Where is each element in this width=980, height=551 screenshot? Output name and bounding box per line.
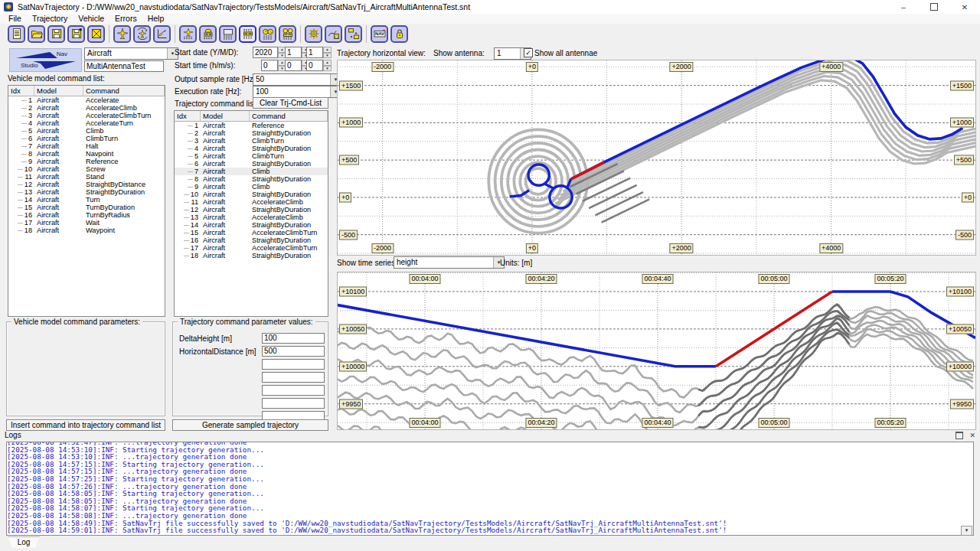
column-header-command[interactable]: Command	[83, 86, 165, 96]
table-row[interactable]: 9AircraftClimb	[175, 183, 328, 191]
vehicle-command-list[interactable]: IdxModelCommand1AircraftAccelerate2Aircr…	[8, 85, 165, 317]
vehicle-name-input[interactable]: MultiAntennaTest	[84, 60, 164, 72]
column-header-idx[interactable]: Idx	[8, 86, 34, 96]
menu-errors[interactable]: Errors	[109, 14, 142, 24]
lock-button[interactable]	[390, 25, 408, 43]
table-row[interactable]: 16AircraftStraightByDuration	[175, 236, 328, 244]
gauges-onoff-button[interactable]	[279, 25, 296, 43]
ground-view-button[interactable]	[219, 25, 237, 43]
trajectory-command-list[interactable]: IdxModelCommand1AircraftReference2Aircra…	[174, 110, 328, 317]
table-row[interactable]: 13AircraftAccelerateClimb	[175, 214, 328, 221]
exec-rate-dropdown[interactable]: 100 ▼	[253, 86, 341, 98]
hour-spinner[interactable]: 0▲▼	[261, 60, 286, 71]
vehicle-button[interactable]	[113, 25, 131, 43]
scroll-down-icon[interactable]: ▼	[961, 526, 972, 536]
settings-button[interactable]	[305, 25, 322, 43]
table-row[interactable]: 11AircraftAccelerateClimb	[175, 198, 328, 206]
param-input-empty[interactable]	[262, 398, 325, 409]
output-rate-dropdown[interactable]: 50 ▼	[253, 73, 341, 86]
minimize-button[interactable]: –	[888, 0, 919, 14]
table-row[interactable]: 13AircraftStraightByDuration	[8, 188, 165, 196]
vehicle-reload-button[interactable]	[133, 25, 151, 43]
table-row[interactable]: 3AircraftClimbTurn	[175, 137, 328, 145]
table-row[interactable]: 16AircraftTurnByRadius	[8, 211, 165, 219]
spin-up-icon[interactable]: ▲	[323, 47, 332, 53]
log-tab[interactable]: Log	[8, 536, 40, 548]
param-input[interactable]: 500	[262, 346, 325, 357]
param-input-empty[interactable]	[262, 359, 325, 370]
nav-button[interactable]: NAV	[371, 25, 388, 43]
antenna-vehicle-button[interactable]	[179, 25, 197, 43]
column-header-model[interactable]: Model	[201, 111, 250, 121]
column-header-idx[interactable]: Idx	[175, 111, 201, 121]
second-spinner[interactable]: 0▲▼	[306, 60, 332, 71]
table-row[interactable]: 1AircraftReference	[175, 122, 328, 129]
table-row[interactable]: 4AircraftStraightByDuration	[175, 145, 328, 152]
spin-down-icon[interactable]: ▼	[323, 53, 332, 59]
new-file-button[interactable]	[8, 25, 25, 43]
table-row[interactable]: 12AircraftStraightByDistance	[8, 181, 165, 188]
table-row[interactable]: 5AircraftClimb	[8, 127, 165, 135]
table-row[interactable]: 1AircraftAccelerate	[8, 96, 165, 104]
time-series-dropdown[interactable]: height ▼	[394, 256, 505, 269]
table-row[interactable]: 18AircraftWaypoint	[8, 227, 165, 234]
table-row[interactable]: 6AircraftStraightByDuration	[175, 160, 328, 168]
table-row[interactable]: 18AircraftStraightByDuration	[175, 252, 328, 259]
table-row[interactable]: 9AircraftReference	[8, 158, 165, 165]
column-header-model[interactable]: Model	[34, 86, 83, 96]
year-spinner[interactable]: 2020▲▼	[253, 47, 286, 58]
close-panel-icon[interactable]: ✕	[969, 432, 975, 439]
table-row[interactable]: 11AircraftStand	[8, 173, 165, 181]
menu-trajectory[interactable]: Trajectory	[27, 14, 73, 24]
show-all-antennae-checkbox[interactable]: ✓	[524, 48, 533, 57]
param-input-empty[interactable]	[262, 385, 325, 396]
param-input[interactable]: 100	[262, 333, 325, 344]
param-input-empty[interactable]	[262, 372, 325, 383]
save-file-as-button[interactable]	[67, 25, 85, 43]
menu-vehicle[interactable]: Vehicle	[73, 14, 109, 24]
close-file-button[interactable]	[87, 25, 105, 43]
trajectory-save-button[interactable]	[325, 25, 342, 43]
model-transfer-button[interactable]	[345, 25, 362, 43]
ground-onoff-button[interactable]	[239, 25, 256, 43]
antenna-onoff-button[interactable]	[199, 25, 217, 43]
log-output[interactable]: [2025-08-08 14:52:47]:INF: ...trajectory…	[6, 442, 974, 536]
table-row[interactable]: 17AircraftAccelerateClimbTurn	[175, 244, 328, 252]
float-panel-icon[interactable]	[956, 432, 963, 439]
table-row[interactable]: 5AircraftClimbTurn	[175, 152, 328, 160]
close-button[interactable]: ✕	[949, 0, 980, 14]
table-row[interactable]: 7AircraftClimb	[175, 168, 328, 175]
menu-help[interactable]: Help	[142, 14, 170, 24]
table-row[interactable]: 2AircraftStraightByDuration	[175, 129, 328, 137]
table-row[interactable]: 14AircraftTurn	[8, 196, 165, 204]
maximize-button[interactable]	[919, 0, 949, 14]
horizontal-view-plot[interactable]: -2000-2000+0+0+2000+2000+4000+4000+1500+…	[337, 60, 976, 256]
table-row[interactable]: 17AircraftWait	[8, 219, 165, 227]
open-file-button[interactable]	[28, 25, 45, 43]
table-row[interactable]: 4AircraftAccelerateTurn	[8, 119, 165, 127]
clear-trj-cmd-list-button[interactable]: Clear Trj-Cmd-List	[253, 97, 328, 109]
vehicle-type-dropdown[interactable]: Aircraft ▼	[84, 47, 178, 60]
table-row[interactable]: 12AircraftStraightByDuration	[175, 206, 328, 214]
time-series-plot[interactable]: 00:04:0000:04:0000:04:2000:04:2000:04:40…	[337, 272, 976, 430]
spin-up-icon[interactable]: ▲	[323, 60, 332, 66]
table-row[interactable]: 7AircraftHalt	[8, 142, 165, 150]
table-row[interactable]: 6AircraftClimbTurn	[8, 135, 165, 142]
table-row[interactable]: 2AircraftAccelerateClimb	[8, 104, 165, 112]
insert-command-button[interactable]: Insert command into trajectory command l…	[6, 419, 165, 431]
table-row[interactable]: 8AircraftNavpoint	[8, 150, 165, 158]
vehicle-plot-button[interactable]	[153, 25, 171, 43]
generate-trajectory-button[interactable]: Generate sampled trajectory	[172, 419, 328, 431]
spin-down-icon[interactable]: ▼	[323, 66, 332, 72]
table-row[interactable]: 15AircraftAccelerateClimbTurn	[175, 229, 328, 236]
table-row[interactable]: 10AircraftStraightByDuration	[175, 191, 328, 198]
table-row[interactable]: 10AircraftScrew	[8, 165, 165, 173]
table-row[interactable]: 14AircraftStraightByDuration	[175, 221, 328, 229]
column-header-command[interactable]: Command	[250, 111, 328, 121]
menu-file[interactable]: File	[3, 14, 27, 24]
table-row[interactable]: 8AircraftStraightByDuration	[175, 175, 328, 183]
table-row[interactable]: 3AircraftAccelerateClimbTurn	[8, 112, 165, 119]
day-spinner[interactable]: 1▲▼	[306, 47, 332, 58]
table-row[interactable]: 15AircraftTurnByDuration	[8, 204, 165, 211]
save-file-button[interactable]	[47, 25, 65, 43]
